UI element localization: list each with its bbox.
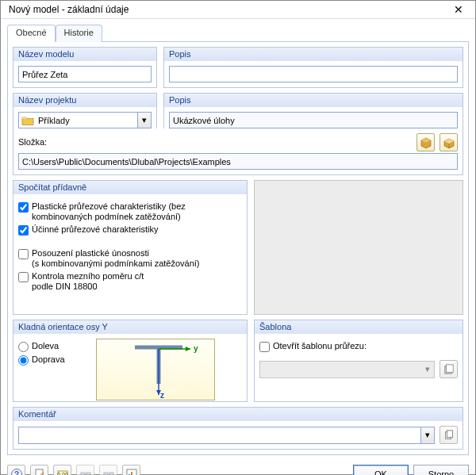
checkbox-plastic-capacity-label: Posouzení plastické únosnosti(s kombinov… bbox=[32, 248, 200, 269]
svg-marker-3 bbox=[186, 347, 190, 351]
folder-label: Složka: bbox=[18, 137, 412, 147]
ok-button[interactable]: OK bbox=[353, 465, 409, 475]
project-open-button[interactable] bbox=[440, 133, 458, 151]
project-desc-head: Popis bbox=[163, 93, 463, 107]
folder-icon bbox=[21, 114, 34, 127]
tab-panel-general: Název modelu Popis Název projektu bbox=[7, 41, 469, 455]
tab-general[interactable]: Obecné bbox=[7, 25, 56, 42]
tab-history[interactable]: Historie bbox=[56, 25, 102, 42]
link2-icon bbox=[102, 468, 115, 476]
radio-left-label: Doleva bbox=[32, 341, 59, 351]
project-desc-input bbox=[169, 112, 458, 128]
footer-bar: ? 0.00 OK Storno bbox=[1, 460, 475, 475]
link2-button[interactable] bbox=[99, 465, 117, 475]
content-area: Obecné Historie Název modelu Popis bbox=[1, 19, 475, 460]
model-name-head: Název modelu bbox=[13, 47, 157, 61]
template-head: Šablona bbox=[254, 320, 463, 334]
svg-rect-7 bbox=[446, 364, 453, 372]
checkbox-effective[interactable] bbox=[18, 225, 29, 236]
chart-button[interactable] bbox=[122, 465, 140, 475]
close-icon: ✕ bbox=[454, 3, 463, 16]
checkbox-plastic-capacity[interactable] bbox=[18, 249, 29, 259]
radio-right[interactable] bbox=[18, 355, 29, 366]
template-dropdown: ▾ bbox=[259, 361, 435, 378]
window-title: Nový model - základní údaje bbox=[9, 4, 447, 15]
ok-button-label: OK bbox=[374, 469, 387, 476]
svg-rect-16 bbox=[86, 473, 90, 476]
package-new-icon bbox=[420, 136, 432, 149]
model-desc-head: Popis bbox=[163, 47, 463, 61]
radio-left[interactable] bbox=[18, 342, 29, 352]
units-icon: 0.00 bbox=[56, 468, 69, 476]
checkbox-open-template-label: Otevřít šablonu průřezu: bbox=[273, 341, 367, 351]
svg-rect-9 bbox=[447, 430, 452, 437]
project-new-button[interactable] bbox=[416, 133, 435, 151]
checkbox-ct-ratio-label: Kontrola mezního poměru c/tpodle DIN 188… bbox=[32, 271, 144, 292]
preview-panel bbox=[254, 180, 463, 315]
units-button[interactable]: 0.00 bbox=[53, 465, 71, 475]
svg-rect-18 bbox=[104, 473, 108, 476]
orientation-head: Kladná orientace osy Y bbox=[13, 320, 248, 334]
edit-icon bbox=[33, 468, 46, 476]
checkbox-plastic-label: Plastické průřezové charakteristiky (bez… bbox=[32, 201, 186, 222]
comment-head: Komentář bbox=[13, 407, 463, 421]
axis-y-label: y bbox=[194, 344, 198, 353]
radio-right-label: Doprava bbox=[32, 354, 65, 365]
comment-combo[interactable]: ▾ bbox=[18, 427, 435, 444]
package-open-icon bbox=[443, 136, 455, 149]
dialog-window: Nový model - základní údaje ✕ Obecné His… bbox=[0, 0, 476, 475]
folder-path-input bbox=[18, 153, 458, 170]
chevron-down-icon: ▾ bbox=[137, 113, 151, 128]
svg-rect-15 bbox=[81, 473, 85, 476]
template-open-icon bbox=[443, 364, 455, 375]
model-name-input[interactable] bbox=[18, 66, 152, 82]
checkbox-open-template[interactable] bbox=[259, 342, 270, 352]
svg-text:0.00: 0.00 bbox=[57, 472, 68, 476]
tab-general-label: Obecné bbox=[16, 28, 47, 37]
axis-z-label: z bbox=[160, 391, 164, 400]
close-button[interactable]: ✕ bbox=[447, 1, 470, 18]
copy-icon bbox=[443, 430, 455, 441]
link1-icon bbox=[79, 468, 92, 476]
checkbox-ct-ratio[interactable] bbox=[18, 272, 29, 282]
svg-text:?: ? bbox=[13, 470, 18, 476]
project-name-head: Název projektu bbox=[13, 93, 157, 107]
cancel-button[interactable]: Storno bbox=[413, 465, 469, 475]
project-row: Název projektu Příklady ▾ Popis bbox=[13, 93, 463, 128]
help-button[interactable]: ? bbox=[7, 465, 25, 475]
comment-input[interactable] bbox=[19, 428, 420, 442]
checkbox-effective-label: Účinné průřezové charakteristiky bbox=[32, 224, 159, 235]
link1-button[interactable] bbox=[76, 465, 94, 475]
svg-rect-22 bbox=[131, 472, 132, 476]
cancel-button-label: Storno bbox=[428, 469, 454, 476]
chart-icon bbox=[125, 468, 138, 476]
template-open-button[interactable] bbox=[440, 360, 458, 378]
orientation-diagram: y z bbox=[96, 339, 215, 400]
tab-history-label: Historie bbox=[64, 28, 94, 37]
project-dropdown[interactable]: Příklady ▾ bbox=[18, 112, 152, 128]
checkbox-plastic[interactable] bbox=[18, 202, 29, 213]
comment-copy-button[interactable] bbox=[440, 426, 458, 444]
model-name-row: Název modelu Popis bbox=[13, 47, 463, 88]
svg-rect-19 bbox=[109, 473, 113, 476]
tab-strip: Obecné Historie bbox=[7, 24, 469, 41]
chevron-down-icon: ▾ bbox=[420, 427, 434, 443]
titlebar: Nový model - základní údaje ✕ bbox=[1, 1, 475, 19]
additional-head: Spočítat přídavně bbox=[13, 180, 248, 194]
help-icon: ? bbox=[10, 468, 23, 476]
project-dropdown-text: Příklady bbox=[36, 116, 137, 125]
edit-button[interactable] bbox=[30, 465, 48, 475]
model-desc-input[interactable] bbox=[169, 66, 458, 82]
chevron-down-icon: ▾ bbox=[420, 362, 434, 377]
